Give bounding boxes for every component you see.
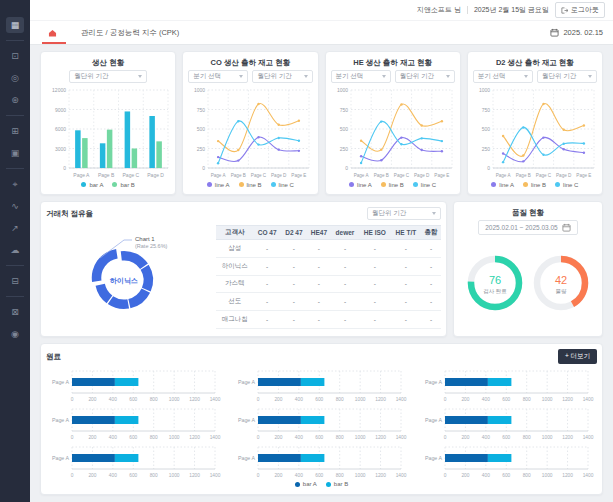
- co-line-chart: 02505007501000Page APage BPage CPage DPa…: [187, 85, 313, 180]
- calendar-icon: [562, 223, 571, 232]
- table-header: 고객사: [216, 226, 253, 240]
- period-dropdown[interactable]: 월단위 기간: [395, 70, 455, 83]
- quarter-dropdown[interactable]: 분기 선택: [188, 70, 248, 83]
- svg-text:Page A: Page A: [238, 379, 256, 385]
- svg-text:0: 0: [257, 473, 260, 478]
- charts-row: 생산 현황 월단위 기간 030006000900012000Page APag…: [40, 51, 603, 195]
- materials-row: 원료 + 더보기 0200400600800100012001400Page A…: [40, 343, 603, 495]
- svg-text:1000: 1000: [541, 473, 552, 478]
- svg-text:600: 600: [502, 435, 510, 440]
- material-chart: 0200400600800100012001400Page A: [232, 405, 410, 441]
- legend-item-bar-B[interactable]: bar B: [326, 481, 348, 487]
- legend-dot: [295, 482, 300, 487]
- legend-item-line-A[interactable]: line A: [349, 182, 372, 188]
- legend-dot: [239, 182, 244, 187]
- legend-item-line-B[interactable]: line B: [381, 182, 404, 188]
- material-chart: 0200400600800100012001400Page A: [232, 443, 410, 479]
- table-cell: -: [307, 293, 331, 311]
- main-area: 지앤소프트 님 2025년 2월 15일 금요일 로그아웃 관리도 / 공정능력…: [30, 0, 613, 502]
- legend-label: line B: [247, 182, 262, 188]
- sidebar-item-camera[interactable]: ◉: [6, 326, 24, 342]
- svg-text:1200: 1200: [376, 435, 387, 440]
- svg-text:800: 800: [150, 435, 158, 440]
- svg-text:1200: 1200: [376, 397, 387, 402]
- logout-button[interactable]: 로그아웃: [555, 2, 605, 18]
- svg-text:750: 750: [482, 107, 491, 113]
- svg-text:Page B: Page B: [516, 173, 531, 178]
- legend-item-line-B[interactable]: line B: [523, 182, 546, 188]
- table-cell: 선도: [216, 293, 253, 311]
- sidebar-item-delivery[interactable]: ⊞: [6, 123, 24, 139]
- table-cell: -: [421, 240, 441, 258]
- gauge-검사 완료: 76검사 완료: [464, 252, 526, 314]
- period-dropdown[interactable]: 월단위 기간: [252, 70, 312, 83]
- legend-dot: [207, 182, 212, 187]
- svg-text:200: 200: [461, 397, 469, 402]
- sidebar-item-target[interactable]: ⌖: [6, 176, 24, 192]
- sidebar-item-card[interactable]: ⊠: [6, 304, 24, 320]
- legend-item-bar-B[interactable]: bar B: [112, 182, 134, 188]
- svg-text:Page E: Page E: [434, 173, 449, 178]
- svg-text:1400: 1400: [396, 397, 407, 402]
- sidebar-item-gallery[interactable]: ▣: [6, 145, 24, 161]
- date-display[interactable]: 2025. 02.15: [550, 28, 603, 37]
- home-tab[interactable]: [40, 21, 65, 44]
- legend-item-line-A[interactable]: line A: [491, 182, 514, 188]
- svg-text:500: 500: [197, 126, 206, 132]
- legend-item-line-C[interactable]: line C: [271, 182, 294, 188]
- quarter-dropdown[interactable]: 분기 선택: [331, 70, 391, 83]
- card-title: 거래처 점유율: [46, 208, 93, 219]
- period-dropdown[interactable]: 월단위 기간: [537, 70, 597, 83]
- legend-item-bar-A[interactable]: bar A: [81, 182, 103, 188]
- share-donut-chart: 하이닉스Chart 1(Rate 25.6%): [46, 222, 216, 331]
- sidebar-item-monitor[interactable]: ⊟: [6, 273, 24, 289]
- svg-text:500: 500: [482, 126, 491, 132]
- sidebar: ▦⊡◎⊛⊞▣⌖∿↗☁⊟⊠◉: [0, 0, 30, 502]
- svg-text:600: 600: [502, 473, 510, 478]
- legend-label: line B: [531, 182, 546, 188]
- legend-item-bar-A[interactable]: bar A: [295, 481, 317, 487]
- chevron-down-icon: [239, 75, 243, 78]
- legend-item-line-B[interactable]: line B: [239, 182, 262, 188]
- table-header: HE T/T: [391, 226, 421, 240]
- svg-text:0: 0: [71, 397, 74, 402]
- cloud-icon: ☁: [11, 245, 20, 255]
- sidebar-item-cloud[interactable]: ☁: [6, 242, 24, 258]
- legend-item-line-C[interactable]: line C: [555, 182, 578, 188]
- svg-text:불량: 불량: [556, 288, 568, 295]
- sidebar-item-stats[interactable]: ∿: [6, 198, 24, 214]
- svg-text:1400: 1400: [210, 435, 221, 440]
- sidebar-item-dashboard[interactable]: ▦: [6, 17, 24, 33]
- svg-text:400: 400: [295, 397, 303, 402]
- svg-text:1000: 1000: [169, 397, 180, 402]
- table-header: D2 47: [281, 226, 307, 240]
- username: 지앤소프트 님: [417, 5, 461, 15]
- sidebar-item-info[interactable]: ◎: [6, 70, 24, 86]
- daterange-picker[interactable]: 2025.02.01 ~ 2025.03.05: [478, 220, 577, 235]
- svg-text:Page B: Page B: [373, 173, 388, 178]
- sidebar-item-settings[interactable]: ⊛: [6, 92, 24, 108]
- legend-item-line-C[interactable]: line C: [413, 182, 436, 188]
- svg-text:76: 76: [489, 274, 501, 286]
- dropdown-value: 월단위 기간: [542, 72, 576, 81]
- more-button[interactable]: + 더보기: [558, 349, 597, 364]
- period-dropdown[interactable]: 월단위 기간: [69, 70, 147, 83]
- table-cell: -: [253, 293, 281, 311]
- filters: 분기 선택 월단위 기간: [473, 70, 597, 83]
- legend-dot: [413, 182, 418, 187]
- svg-text:1400: 1400: [396, 473, 407, 478]
- svg-text:1200: 1200: [562, 473, 573, 478]
- sidebar-item-panel[interactable]: ⊡: [6, 48, 24, 64]
- period-dropdown[interactable]: 월단위 기간: [367, 207, 441, 220]
- svg-text:Page A: Page A: [425, 455, 443, 461]
- svg-text:9000: 9000: [55, 107, 66, 113]
- sidebar-item-external-link[interactable]: ↗: [6, 220, 24, 236]
- legend-item-line-A[interactable]: line A: [207, 182, 230, 188]
- svg-text:600: 600: [316, 397, 324, 402]
- table-row: 가스텍-------: [216, 275, 441, 293]
- legend-label: bar B: [120, 182, 134, 188]
- co-card: CO 생산 출하 재고 현황 분기 선택 월단위 기간 025050075010…: [182, 51, 318, 195]
- svg-text:400: 400: [295, 435, 303, 440]
- chart-legend: line Aline Bline C: [188, 180, 312, 189]
- quarter-dropdown[interactable]: 분기 선택: [473, 70, 533, 83]
